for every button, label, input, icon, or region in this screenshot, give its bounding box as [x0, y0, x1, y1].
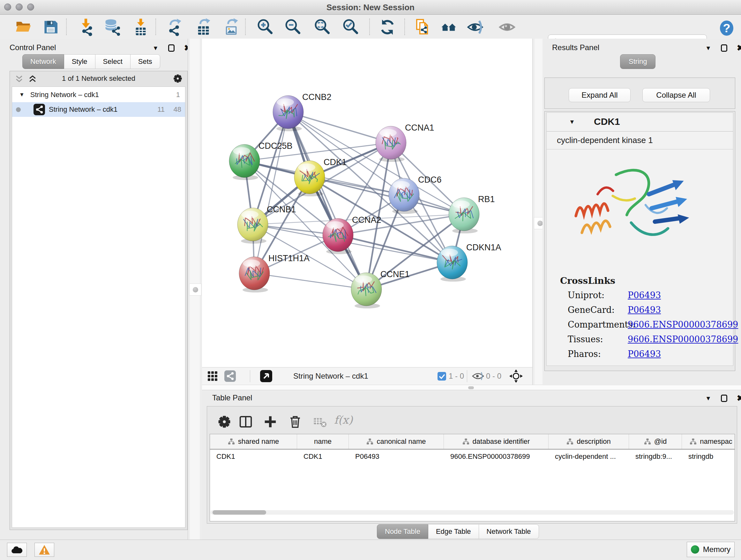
grid-view-icon[interactable]	[207, 370, 218, 382]
tab-string[interactable]: String	[620, 54, 656, 69]
cloud-status-button[interactable]	[7, 543, 27, 557]
horizontal-splitter-handle[interactable]	[468, 386, 474, 389]
panel-menu-icon[interactable]: ▼	[705, 45, 711, 51]
delete-column-trash-icon[interactable]	[287, 414, 304, 430]
left-splitter-handle[interactable]	[189, 284, 201, 296]
zoom-in-button[interactable]	[256, 18, 274, 37]
column-header-name[interactable]: name	[297, 434, 349, 449]
table-header-row: shared namenamecanonical namedatabase id…	[210, 434, 735, 449]
crosslink-link[interactable]: P06493	[628, 349, 661, 359]
help-button[interactable]: ?	[718, 19, 736, 37]
collapse-all-button[interactable]: Collapse All	[643, 88, 710, 102]
crosslink-link[interactable]: 9606.ENSP00000378699	[628, 334, 738, 344]
table-cell[interactable]: P06493	[349, 449, 444, 463]
panel-close-icon[interactable]: ✖	[737, 394, 741, 402]
network-node-CCNE1[interactable]	[351, 273, 382, 308]
network-node-CCNB1[interactable]	[238, 208, 268, 244]
network-view-icon[interactable]	[224, 370, 236, 382]
horizontal-splitter[interactable]	[202, 385, 741, 390]
column-header-database-identifier[interactable]: database identifier	[444, 434, 549, 449]
table-cell[interactable]: stringdb:9...	[629, 449, 682, 463]
selected-checkbox-icon[interactable]	[437, 370, 446, 382]
function-builder-icon[interactable]: f(x)	[334, 414, 353, 426]
gene-description-row: cyclin-dependent kinase 1	[547, 131, 733, 149]
node-table[interactable]: shared namenamecanonical namedatabase id…	[210, 434, 735, 521]
create-column-plus-icon[interactable]	[262, 414, 279, 430]
panel-float-icon[interactable]	[721, 44, 727, 52]
network-node-CDC25B[interactable]	[229, 144, 260, 180]
zoom-out-button[interactable]	[284, 18, 302, 37]
panel-menu-icon[interactable]: ▼	[705, 395, 711, 401]
zoom-selected-button[interactable]	[341, 18, 360, 37]
panel-menu-icon[interactable]: ▼	[152, 45, 158, 51]
panel-float-icon[interactable]	[721, 395, 727, 402]
tab-network[interactable]: Network	[22, 54, 64, 69]
fit-content-crosshair-icon[interactable]	[509, 370, 523, 382]
network-edge[interactable]	[254, 112, 288, 273]
scrollbar-thumb[interactable]	[212, 510, 266, 515]
home-neighborhood-button[interactable]	[440, 18, 458, 37]
table-options-gear-icon[interactable]	[216, 414, 232, 430]
apply-layout-button[interactable]	[378, 18, 397, 37]
table-row[interactable]: CDK1CDK1P064939606.ENSP00000378699cyclin…	[210, 449, 735, 463]
gene-card-header[interactable]: ▼ CDK1	[547, 113, 733, 132]
save-session-button[interactable]	[42, 18, 60, 37]
export-network-button[interactable]	[166, 18, 185, 37]
tree-collapse-icon[interactable]: ▼	[19, 91, 24, 98]
crosslink-link[interactable]: P06493	[628, 290, 661, 300]
export-image-button[interactable]	[222, 18, 241, 37]
expand-all-button[interactable]: Expand All	[569, 88, 630, 102]
cloud-icon	[10, 545, 23, 555]
network-row-selected[interactable]: String Network – cdk1 11 48	[12, 102, 185, 117]
panel-close-icon[interactable]: ✖	[737, 44, 741, 52]
tab-edge-table[interactable]: Edge Table	[428, 524, 479, 539]
tab-style[interactable]: Style	[64, 54, 95, 69]
column-header-namespac[interactable]: namespac	[682, 434, 735, 449]
table-cell[interactable]: CDK1	[210, 449, 297, 463]
table-cell[interactable]: stringdb	[682, 449, 735, 463]
crosslink-link[interactable]: 9606.ENSP00000378699	[628, 320, 738, 329]
column-header-canonical-name[interactable]: canonical name	[349, 434, 444, 449]
network-node-CCNA1[interactable]	[376, 126, 406, 162]
table-cell[interactable]: 9606.ENSP00000378699	[444, 449, 549, 463]
network-node-CDKN1A[interactable]	[437, 246, 468, 282]
birdseye-view-icon[interactable]	[260, 370, 272, 382]
tab-select[interactable]: Select	[95, 54, 131, 69]
show-columns-icon[interactable]	[238, 414, 254, 430]
clone-network-button[interactable]	[413, 18, 432, 37]
tab-sets[interactable]: Sets	[131, 54, 160, 69]
tab-network-table[interactable]: Network Table	[479, 524, 539, 539]
network-collection-row[interactable]: ▼ String Network – cdk1 1	[12, 87, 185, 102]
network-node-HIST1H1A[interactable]	[239, 257, 270, 293]
tab-node-table[interactable]: Node Table	[377, 524, 428, 539]
export-table-button[interactable]	[195, 18, 213, 37]
network-edge[interactable]	[288, 112, 391, 143]
network-options-gear-icon[interactable]	[173, 73, 183, 84]
left-splitter[interactable]	[188, 39, 203, 540]
network-node-CCNB2[interactable]	[273, 96, 304, 131]
column-header-description[interactable]: description	[549, 434, 629, 449]
hidden-eye-icon[interactable]	[472, 370, 484, 382]
table-horizontal-scrollbar[interactable]	[211, 510, 734, 515]
table-cell[interactable]: cyclin-dependent ...	[549, 449, 629, 463]
panel-float-icon[interactable]	[168, 44, 175, 52]
warning-status-button[interactable]	[35, 543, 54, 557]
table-cell[interactable]: CDK1	[297, 449, 349, 463]
import-network-file-button[interactable]	[77, 18, 95, 37]
network-node-RB1[interactable]	[449, 198, 479, 233]
delete-table-icon[interactable]	[312, 414, 328, 430]
column-header-shared-name[interactable]: shared name	[210, 434, 297, 449]
memory-button[interactable]: Memory	[687, 542, 735, 557]
zoom-fit-button[interactable]	[313, 18, 332, 37]
network-canvas[interactable]: CCNB2CCNA1CDC25BCDK1CDC6RB1CCNB1CCNA2CDK…	[202, 39, 532, 367]
column-header--id[interactable]: @id	[629, 434, 682, 449]
import-network-database-button[interactable]	[104, 18, 122, 37]
network-edge[interactable]	[254, 273, 366, 289]
hide-graphics-details-button[interactable]	[466, 18, 484, 37]
import-table-button[interactable]	[131, 18, 150, 37]
open-session-button[interactable]	[14, 18, 33, 37]
show-graphics-details-button[interactable]	[498, 18, 516, 37]
section-collapse-icon[interactable]: ▼	[569, 118, 575, 125]
network-view-title: String Network – cdk1	[293, 370, 368, 382]
crosslink-link[interactable]: P06493	[628, 305, 661, 315]
